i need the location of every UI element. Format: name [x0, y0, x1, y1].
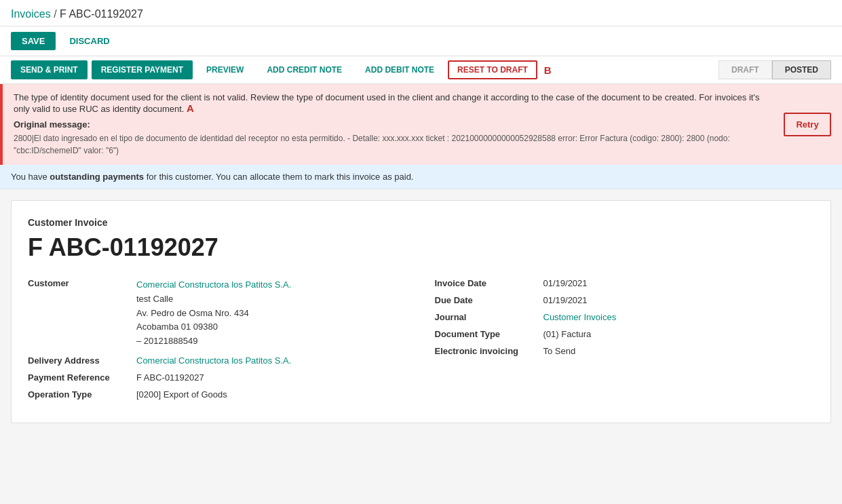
outstanding-text-before: You have — [11, 172, 50, 182]
invoice-fields: Customer Comercial Constructora los Pati… — [28, 278, 814, 406]
outstanding-highlight: outstanding payments — [50, 172, 144, 182]
document-type-value: (01) Factura — [543, 329, 592, 339]
badge-b: B — [544, 64, 552, 76]
error-message: The type of identity document used for t… — [14, 92, 759, 114]
register-payment-button[interactable]: REGISTER PAYMENT — [92, 60, 193, 79]
action-bar-top: SAVE DISCARD — [0, 26, 842, 56]
invoice-fields-left: Customer Comercial Constructora los Pati… — [28, 278, 408, 406]
due-date-field-row: Due Date 01/19/2021 — [435, 295, 815, 305]
payment-reference-field-row: Payment Reference F ABC-01192027 — [28, 372, 408, 383]
invoice-date-value: 01/19/2021 — [543, 278, 588, 288]
add-debit-note-button[interactable]: ADD DEBIT NOTE — [356, 60, 444, 79]
delivery-address-field-row: Delivery Address Comercial Constructora … — [28, 355, 408, 366]
invoice-fields-right: Invoice Date 01/19/2021 Due Date 01/19/2… — [435, 278, 815, 406]
status-step-draft: DRAFT — [719, 60, 772, 79]
operation-type-value: [0200] Export of Goods — [136, 389, 227, 400]
error-banner-content: The type of identity document used for t… — [14, 92, 776, 157]
journal-value[interactable]: Customer Invoices — [543, 312, 617, 322]
journal-label: Journal — [435, 312, 543, 322]
due-date-label: Due Date — [435, 295, 543, 305]
payment-reference-label: Payment Reference — [28, 372, 136, 383]
add-credit-note-button[interactable]: ADD CREDIT NOTE — [257, 60, 351, 79]
invoice-date-label: Invoice Date — [435, 278, 543, 288]
electronic-invoicing-field-row: Electronic invoicing To Send — [435, 346, 815, 356]
invoice-type-label: Customer Invoice — [28, 217, 814, 228]
customer-value: Comercial Constructora los Patitos S.A. … — [136, 278, 291, 349]
document-type-label: Document Type — [435, 329, 543, 339]
invoice-card: Customer Invoice F ABC-01192027 Customer… — [11, 200, 831, 423]
preview-button[interactable]: PREVIEW — [197, 60, 253, 79]
original-message-label: Original message: — [14, 119, 776, 130]
badge-a: A — [187, 102, 194, 114]
customer-address-line1: test Calle — [136, 292, 291, 307]
customer-address-block: Comercial Constructora los Patitos S.A. … — [136, 278, 291, 349]
operation-type-label: Operation Type — [28, 389, 136, 400]
outstanding-text-after: for this customer. You can allocate them… — [144, 172, 413, 182]
invoice-date-field-row: Invoice Date 01/19/2021 — [435, 278, 815, 288]
original-message-text: 2800|El dato ingresado en el tipo de doc… — [14, 132, 776, 157]
customer-name[interactable]: Comercial Constructora los Patitos S.A. — [136, 278, 291, 292]
payment-reference-value: F ABC-01192027 — [136, 372, 204, 383]
outstanding-payments-banner: You have outstanding payments for this c… — [0, 165, 842, 189]
customer-address-line2: Av. Pedro de Osma Nro. 434 — [136, 307, 291, 321]
journal-field-row: Journal Customer Invoices — [435, 312, 815, 322]
send-print-button[interactable]: SEND & PRINT — [11, 60, 88, 79]
breadcrumb-current: F ABC-01192027 — [60, 8, 143, 20]
error-banner: The type of identity document used for t… — [0, 84, 842, 165]
operation-type-field-row: Operation Type [0200] Export of Goods — [28, 389, 408, 400]
document-type-field-row: Document Type (01) Factura — [435, 329, 815, 339]
delivery-address-value[interactable]: Comercial Constructora los Patitos S.A. — [136, 355, 291, 366]
customer-field-row: Customer Comercial Constructora los Pati… — [28, 278, 408, 349]
retry-button[interactable]: Retry — [784, 113, 831, 136]
invoice-number: F ABC-01192027 — [28, 233, 814, 262]
breadcrumb-parent[interactable]: Invoices — [11, 8, 51, 20]
electronic-invoicing-value: To Send — [543, 346, 576, 356]
breadcrumb-separator: / — [54, 8, 60, 20]
discard-button[interactable]: DISCARD — [61, 32, 117, 50]
status-step-posted: POSTED — [772, 60, 831, 79]
toolbar: SEND & PRINT REGISTER PAYMENT PREVIEW AD… — [0, 56, 842, 84]
due-date-value: 01/19/2021 — [543, 295, 588, 305]
customer-label: Customer — [28, 278, 136, 288]
electronic-invoicing-label: Electronic invoicing — [435, 346, 543, 356]
customer-address-line4: – 20121888549 — [136, 334, 291, 349]
delivery-address-label: Delivery Address — [28, 355, 136, 366]
save-button[interactable]: SAVE — [11, 32, 56, 50]
breadcrumb-bar: Invoices / F ABC-01192027 — [0, 0, 842, 26]
status-steps: DRAFT POSTED — [719, 60, 831, 79]
customer-address-line3: Acobamba 01 09380 — [136, 320, 291, 334]
reset-to-draft-button[interactable]: RESET TO DRAFT — [448, 60, 537, 79]
